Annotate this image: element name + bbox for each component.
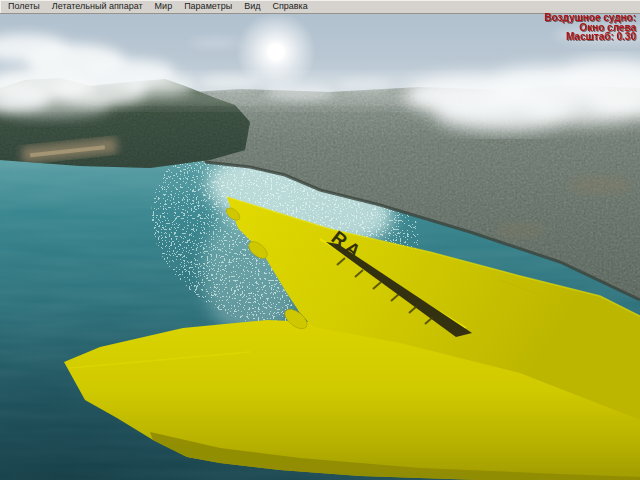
hud-line-zoom: Масштаб: 0.30 <box>544 32 636 42</box>
hud-overlay: Воздушное судно: Окно слева Масштаб: 0.3… <box>544 13 636 42</box>
flight-view[interactable]: RA <box>0 0 640 480</box>
menu-item-flights[interactable]: Полеты <box>0 0 46 13</box>
menu-item-help[interactable]: Справка <box>266 0 313 13</box>
flight-sim-window: RA Полеты Летательный аппарат Мир Параме… <box>0 0 640 480</box>
menu-item-views[interactable]: Вид <box>238 0 266 13</box>
menu-item-aircraft[interactable]: Летательный аппарат <box>46 0 149 13</box>
menu-item-world[interactable]: Мир <box>149 0 179 13</box>
menu-item-options[interactable]: Параметры <box>178 0 238 13</box>
